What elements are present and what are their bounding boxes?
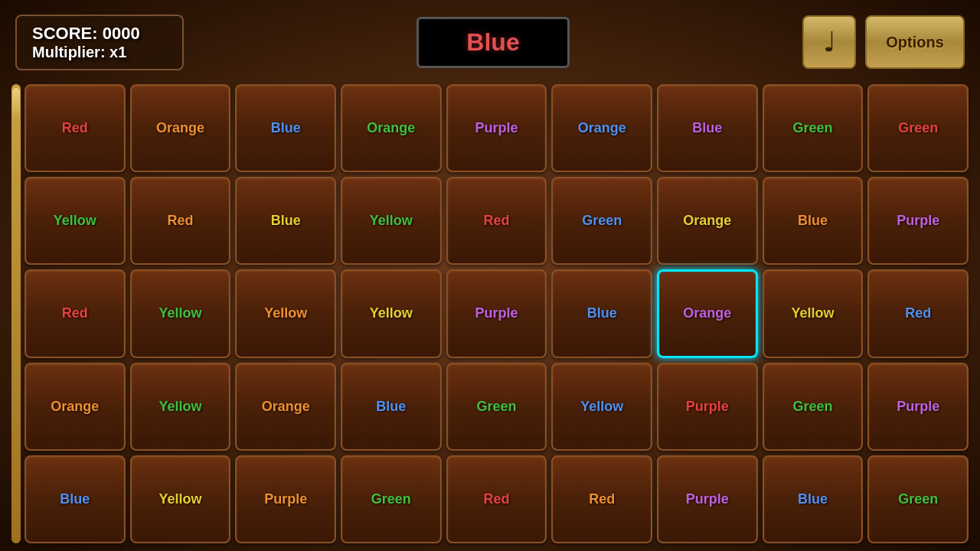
cell-label: Purple [686, 399, 729, 415]
cell-label: Red [589, 491, 615, 507]
grid-cell[interactable]: Purple [446, 269, 547, 357]
cell-label: Green [792, 399, 832, 415]
grid-cell[interactable]: Orange [657, 177, 758, 265]
top-bar: SCORE: 0000 Multiplier: x1 Blue ♩ Option… [0, 0, 980, 84]
cell-label: Red [905, 305, 931, 321]
grid-cell[interactable]: Green [446, 363, 547, 451]
cell-label: Purple [475, 120, 518, 136]
cell-label: Blue [271, 120, 301, 136]
cell-label: Yellow [264, 305, 307, 321]
grid-cell[interactable]: Green [867, 84, 969, 172]
cell-label: Green [898, 491, 938, 507]
grid-cell[interactable]: Orange [24, 363, 126, 451]
cell-label: Red [483, 213, 509, 229]
cell-label: Yellow [158, 399, 201, 415]
target-word: Blue [466, 28, 519, 56]
grid-cell[interactable]: Yellow [551, 363, 652, 451]
grid-cell[interactable]: Blue [24, 455, 126, 543]
scrollbar[interactable] [11, 84, 21, 543]
cell-label: Purple [475, 305, 518, 321]
cell-label: Green [476, 399, 516, 415]
options-button[interactable]: Options [865, 15, 965, 69]
grid-cell[interactable]: Yellow [235, 269, 336, 357]
grid-cell[interactable]: Orange [235, 363, 336, 451]
music-icon: ♩ [823, 26, 836, 58]
cell-label: Blue [587, 305, 617, 321]
grid-cell[interactable]: Orange [130, 84, 231, 172]
target-word-box: Blue [416, 17, 570, 68]
cell-label: Yellow [791, 305, 834, 321]
cell-label: Blue [376, 399, 406, 415]
cell-label: Orange [262, 399, 310, 415]
cell-label: Yellow [580, 399, 623, 415]
grid-cell[interactable]: Blue [657, 84, 758, 172]
music-button[interactable]: ♩ [802, 15, 856, 69]
grid-area: RedOrangeBlueOrangePurpleOrangeBlueGreen… [0, 84, 980, 551]
grid-cell[interactable]: Orange [551, 84, 652, 172]
cell-label: Orange [683, 305, 731, 321]
cell-label: Green [898, 120, 938, 136]
grid-cell[interactable]: Purple [657, 363, 758, 451]
grid-cell[interactable]: Orange [657, 269, 758, 357]
grid-cell[interactable]: Yellow [763, 269, 864, 357]
grid-cell[interactable]: Green [551, 177, 652, 265]
cell-label: Purple [686, 491, 729, 507]
grid-cell[interactable]: Yellow [130, 363, 231, 451]
cell-label: Red [167, 213, 193, 229]
cell-label: Orange [51, 399, 99, 415]
grid-cell[interactable]: Yellow [341, 177, 442, 265]
grid-wrapper: RedOrangeBlueOrangePurpleOrangeBlueGreen… [24, 84, 969, 543]
grid-cell[interactable]: Purple [235, 455, 336, 543]
grid-cell[interactable]: Yellow [130, 455, 231, 543]
cell-label: Green [792, 120, 832, 136]
cell-label: Yellow [370, 305, 413, 321]
cell-label: Yellow [370, 213, 413, 229]
cell-label: Green [371, 491, 411, 507]
grid-cell[interactable]: Green [763, 363, 864, 451]
grid-cell[interactable]: Yellow [130, 269, 231, 357]
cell-label: Purple [897, 399, 939, 415]
grid-cell[interactable]: Red [24, 84, 126, 172]
grid-cell[interactable]: Orange [341, 84, 442, 172]
cell-label: Yellow [54, 213, 96, 229]
grid-cell[interactable]: Yellow [24, 177, 126, 265]
grid-cell[interactable]: Red [551, 455, 652, 543]
grid-cell[interactable]: Blue [341, 363, 442, 451]
cell-label: Red [483, 491, 509, 507]
cell-label: Green [582, 213, 622, 229]
cell-label: Red [62, 305, 88, 321]
grid-cell[interactable]: Red [130, 177, 231, 265]
cell-label: Purple [264, 491, 307, 507]
score-display: SCORE: 0000 [32, 24, 167, 44]
grid-cell[interactable]: Green [867, 455, 969, 543]
grid-cell[interactable]: Red [446, 177, 547, 265]
grid-cell[interactable]: Purple [867, 363, 969, 451]
grid-cell[interactable]: Red [446, 455, 547, 543]
grid-cell[interactable]: Red [24, 269, 126, 357]
grid-cell[interactable]: Blue [763, 177, 864, 265]
grid-cell[interactable]: Blue [235, 84, 336, 172]
grid-cell[interactable]: Blue [551, 269, 652, 357]
grid-cell[interactable]: Green [341, 455, 442, 543]
cell-label: Yellow [158, 305, 201, 321]
grid-cell[interactable]: Blue [763, 455, 864, 543]
cell-label: Orange [156, 120, 204, 136]
cell-label: Red [62, 120, 88, 136]
color-grid: RedOrangeBlueOrangePurpleOrangeBlueGreen… [24, 84, 969, 543]
options-label: Options [886, 34, 944, 51]
grid-cell[interactable]: Blue [235, 177, 336, 265]
game-container: SCORE: 0000 Multiplier: x1 Blue ♩ Option… [0, 0, 980, 551]
grid-cell[interactable]: Purple [657, 455, 758, 543]
grid-cell[interactable]: Green [763, 84, 864, 172]
grid-cell[interactable]: Yellow [341, 269, 442, 357]
grid-cell[interactable]: Purple [867, 177, 969, 265]
grid-cell[interactable]: Red [867, 269, 969, 357]
multiplier-display: Multiplier: x1 [32, 44, 167, 61]
cell-label: Blue [798, 213, 828, 229]
cell-label: Blue [60, 491, 90, 507]
grid-cell[interactable]: Purple [446, 84, 547, 172]
cell-label: Blue [692, 120, 722, 136]
right-controls: ♩ Options [802, 15, 965, 69]
cell-label: Orange [683, 213, 731, 229]
cell-label: Purple [897, 213, 939, 229]
